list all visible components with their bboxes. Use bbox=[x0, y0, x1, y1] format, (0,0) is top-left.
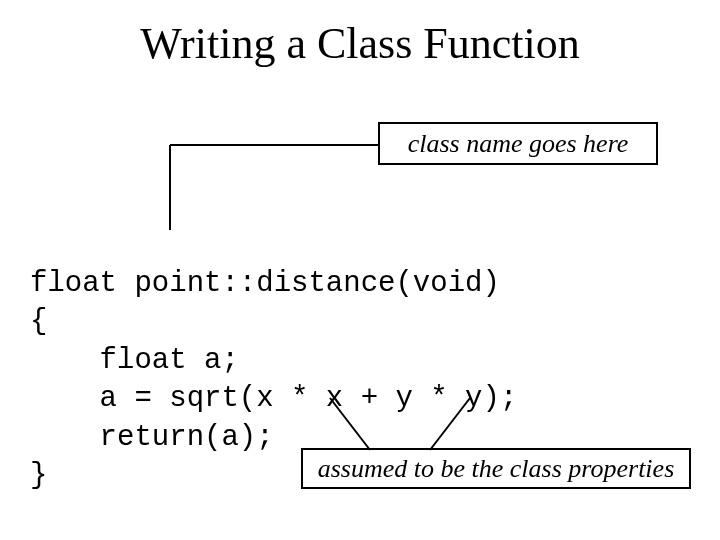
code-line-6: } bbox=[30, 459, 47, 492]
annotation-class-properties: assumed to be the class properties bbox=[301, 448, 691, 489]
code-line-3: float a; bbox=[30, 344, 239, 377]
slide-root: Writing a Class Function class name goes… bbox=[0, 0, 720, 540]
slide-title: Writing a Class Function bbox=[0, 18, 720, 69]
code-line-1: float point::distance(void) bbox=[30, 267, 500, 300]
annotation-class-name: class name goes here bbox=[378, 122, 658, 165]
code-line-2: { bbox=[30, 305, 47, 338]
code-line-5: return(a); bbox=[30, 421, 274, 454]
code-line-4: a = sqrt(x * x + y * y); bbox=[30, 382, 517, 415]
